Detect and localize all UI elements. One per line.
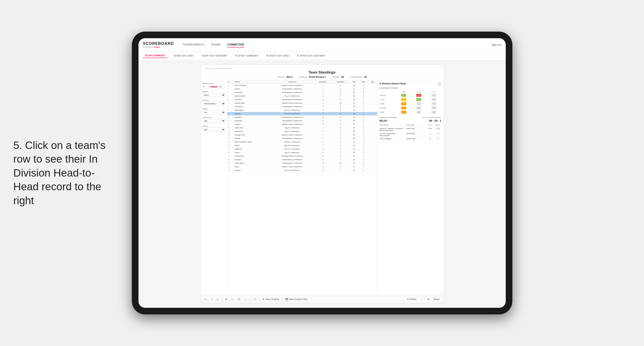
undo-button[interactable]: ↩ [203,298,208,301]
cell-conf-rank: 9 [332,155,350,158]
nav-items: TOURNAMENTS TEAMS COMMITTEE [183,42,492,47]
cell-win [368,84,377,87]
paste-button[interactable]: 📋 [236,298,242,301]
table-row[interactable]: 13 Texas Tech Big 12 Conference 1 9 27 2 [227,126,377,130]
table-row[interactable]: 17 East Tennessee State Southern Confere… [227,140,377,144]
sub-nav-team-h2h-grid[interactable]: TEAM H2H GRID [172,53,195,58]
table-row[interactable]: 22 Georgia Southeastern Conference 8 7 2… [227,158,377,162]
nav-teams[interactable]: TEAMS [211,42,220,47]
filter-conference: Conference: All [351,76,367,78]
table-row[interactable]: 7 Tennessee Southeastern Conference 4 6 … [227,105,377,109]
sub-nav-player-h2h-heatmap[interactable]: PLAYER H2H HEATMAP [295,53,327,58]
col-school: School [234,80,270,84]
step-back-button[interactable]: ◁ [210,298,214,301]
cell-reg-rank: 1 [314,84,332,87]
gender-select[interactable]: Men's Women's [202,93,225,97]
clock-button[interactable]: 🕐 [252,298,257,301]
table-row[interactable]: 16 Florida Southeastern Conference 7 9 2… [227,137,377,140]
sub-nav-player-h2h-grid[interactable]: PLAYER H2H GRID [264,53,291,58]
share-button[interactable]: Share [432,298,441,301]
cell-rds: 18 [350,98,358,101]
table-row[interactable]: 15 Georgia Tech Atlantic Coast Conferenc… [227,133,377,137]
table-row[interactable]: 21 New Mexico Mountain West Conference 1… [227,155,377,158]
division-select[interactable]: NCAA Division I [202,102,225,106]
cell-reg-rank: 1 [314,140,332,144]
cell-school: Virginia [234,123,270,126]
nav-committee[interactable]: COMMITTEE [227,42,244,47]
table-row[interactable]: 18 Illinois Big Ten Conference 1 9 23 3 [227,144,377,147]
table-row[interactable]: 10 Alabama Southeastern Conference 5 8 2… [227,116,377,119]
cell-rank: 9 [227,112,234,116]
table-row[interactable]: 20 Texas Big 12 Conference 3 7 20 0 [227,151,377,155]
table-row[interactable]: 11 Arkansas Southeastern Conference 6 8 … [227,119,377,123]
logo-area: SCOREBOARD Powered by clippd [143,41,174,48]
division-row: 11-25 11 8 0 [380,97,441,102]
table-row[interactable]: 9 Arizona Pac-12 Conference 5 8 23 3 [227,112,377,116]
view-original-button[interactable]: 👁 View: Original [261,298,280,301]
table-row[interactable]: 25 Oregon Pac-12 Conference 5 7 21 0 [227,169,377,172]
table-row[interactable]: 4 Arizona State Pac-12 Conference 4 9 26… [227,94,377,98]
min-rounds-input[interactable] [202,85,209,88]
filter-division: Division: NCAA Division I [299,76,326,78]
table-row[interactable]: 8 Washington Pac-12 Conference 2 8 23 1 [227,109,377,112]
cell-rds: 23 [350,144,358,147]
col-reg-rank: Reg Rank [314,80,332,84]
step-forward-button[interactable]: ▷ [216,298,220,301]
sub-nav-team-summary[interactable]: TEAM SUMMARY [143,53,167,58]
cell-school: Texas Tech [234,126,270,130]
add-button[interactable]: ＋ [243,297,248,301]
school-select[interactable]: (All) [202,128,225,132]
more-button[interactable]: ⋯ [420,298,424,301]
cell-conference: Southeastern Conference [270,119,314,123]
nav-tournaments[interactable]: TOURNAMENTS [183,42,204,47]
grid-button[interactable]: ⊞ [426,298,430,301]
panel-filters: Gender: Men's Division: NCAA Division I … [205,76,439,78]
cell-conf-rank: 7 [332,158,350,162]
table-row[interactable]: 5 Ole Miss Southeastern Conference 3 6 1… [227,98,377,101]
table-row[interactable]: 19 California Pac-12 Conference 4 8 24 2 [227,147,377,151]
cell-school: California [234,147,270,151]
cell-reg-rank: 1 [314,87,332,91]
cut-button[interactable]: ✂ [230,298,234,301]
cell-rds: 22 [350,133,358,137]
cell-conf-rank: 8 [332,109,350,112]
cell-conf-rank: 7 [332,151,350,155]
cell-school: Vanderbilt [234,91,270,94]
cell-school: Auburn [234,87,270,91]
cell-tour: 2 [358,147,368,151]
tournament-row: Cabo Collegiate Stroke Play 11 17 [380,137,441,140]
logo-title: SCOREBOARD [143,41,174,46]
cell-win [368,91,377,94]
cell-school: Florida [234,137,270,140]
cell-rds: 23 [350,162,358,165]
region-select[interactable]: N/A [202,111,225,114]
sign-out-button[interactable]: Sign out [491,43,501,46]
conference-select[interactable]: (All) [202,119,225,123]
cell-rank: 22 [227,158,234,162]
sub-nav-team-h2h-heatmap[interactable]: TEAM H2H HEATMAP [200,53,229,58]
copy-button[interactable]: ⊞ [224,298,228,301]
panel-header: Update time: 27/03/2024 18:56:26 Team St… [201,65,444,80]
table-row[interactable]: 14 Oklahoma Big 12 Conference 3 6 26 2 [227,130,377,133]
right-panel-title: In Division Head-to-Head [380,82,406,85]
table-row[interactable]: 23 Texas A&M Southeastern Conference 9 1… [227,162,377,165]
cell-rds: 23 [350,84,358,87]
table-row[interactable]: 2 Auburn Southeastern Conference 1 9 27 … [227,87,377,91]
sub-nav-player-summary[interactable]: PLAYER SUMMARY [233,53,260,58]
table-row[interactable]: 3 Vanderbilt Southeastern Conference 2 8… [227,91,377,94]
cell-conference: Southeastern Conference [270,87,314,91]
table-row[interactable]: 1 North Carolina Atlantic Coast Conferen… [227,84,377,87]
cell-school: Ole Miss [234,98,270,101]
cell-win [368,126,377,130]
rounds-slider[interactable] [210,86,218,87]
table-row[interactable]: 12 Virginia Atlantic Coast Conference 3 … [227,123,377,126]
table-row[interactable]: 24 Duke Atlantic Coast Conference 5 9 27… [227,165,377,169]
watch-button[interactable]: 👁 Watch [406,298,418,301]
cell-rds: 21 [350,169,358,172]
division-h2h-table: Win Loss Tie Top 10 3 13 0 11-25 11 8 0 … [380,91,441,114]
save-custom-view-button[interactable]: 💾 Save Custom View [284,298,309,301]
close-button[interactable]: ✕ [438,82,441,86]
cell-tour: 1 [358,123,368,126]
table-row[interactable]: 6 Florida State Atlantic Coast Conferenc… [227,101,377,105]
max-rounds-input[interactable] [218,85,225,88]
